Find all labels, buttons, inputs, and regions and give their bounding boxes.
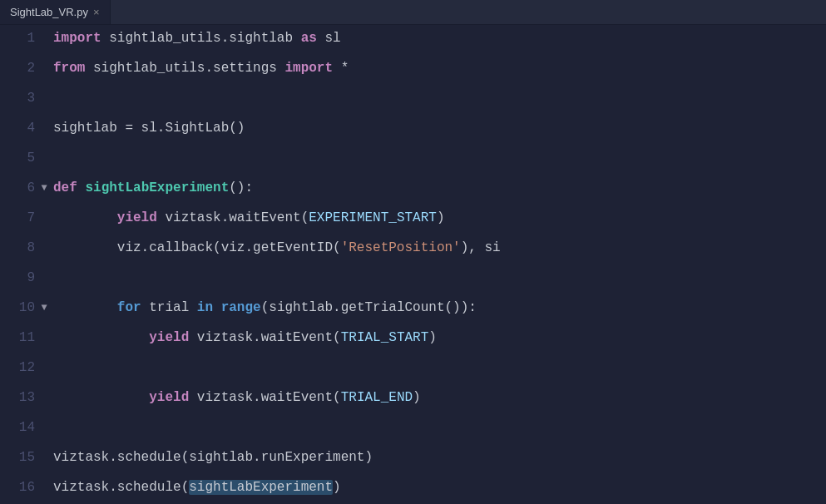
line-number: 15 <box>0 444 35 474</box>
line-number: 1 <box>0 25 35 55</box>
table-row: 3 <box>0 85 826 115</box>
fold-gutter[interactable] <box>35 474 53 504</box>
code-line: sightlab = sl.SightLab() <box>53 115 826 145</box>
fold-icon-2[interactable]: ▼ <box>41 302 47 314</box>
table-row: 4 sightlab = sl.SightLab() <box>0 115 826 145</box>
line-number: 5 <box>0 145 35 175</box>
fold-gutter-collapse[interactable]: ▼ <box>35 294 53 324</box>
code-line: for trial in range(sightlab.getTrialCoun… <box>53 294 826 324</box>
fold-gutter[interactable] <box>35 384 53 414</box>
table-row: 7 yield viztask.waitEvent(EXPERIMENT_STA… <box>0 205 826 235</box>
code-line: from sightlab_utils.settings import * <box>53 55 826 85</box>
code-body: 1 import sightlab_utils.sightlab as sl 2… <box>0 25 826 504</box>
code-line <box>53 354 826 384</box>
code-line: viztask.schedule(sightLabExperiment) <box>53 474 826 504</box>
line-number: 8 <box>0 235 35 264</box>
line-number: 10 <box>0 294 35 324</box>
table-row: 6 ▼ def sightLabExperiment(): <box>0 175 826 205</box>
tab-label: SightLab_VR.py <box>10 6 88 18</box>
table-row: 11 yield viztask.waitEvent(TRIAL_START) <box>0 324 826 354</box>
fold-icon[interactable]: ▼ <box>41 182 47 194</box>
table-row: 16 viztask.schedule(sightLabExperiment) <box>0 474 826 504</box>
table-row: 10 ▼ for trial in range(sightlab.getTria… <box>0 294 826 324</box>
fold-gutter[interactable] <box>35 414 53 444</box>
fold-gutter[interactable] <box>35 115 53 145</box>
selection-highlight: sightLabExperiment <box>189 480 333 495</box>
line-number: 2 <box>0 55 35 85</box>
table-row: 12 <box>0 354 826 384</box>
code-line <box>53 414 826 444</box>
fold-gutter[interactable] <box>35 85 53 115</box>
tab-bar: SightLab_VR.py × <box>0 0 826 25</box>
code-line: viz.callback(viz.getEventID('ResetPositi… <box>53 235 826 264</box>
table-row: 15 viztask.schedule(sightlab.runExperime… <box>0 444 826 474</box>
fold-gutter-collapse[interactable]: ▼ <box>35 175 53 205</box>
code-line: import sightlab_utils.sightlab as sl <box>53 25 826 55</box>
line-number: 13 <box>0 384 35 414</box>
table-row: 8 viz.callback(viz.getEventID('ResetPosi… <box>0 235 826 264</box>
fold-gutter[interactable] <box>35 55 53 85</box>
tab-close-icon[interactable]: × <box>93 6 100 18</box>
line-number: 16 <box>0 474 35 504</box>
fold-gutter[interactable] <box>35 324 53 354</box>
line-number: 11 <box>0 324 35 354</box>
line-number: 3 <box>0 85 35 115</box>
table-row: 9 <box>0 264 826 294</box>
code-line: yield viztask.waitEvent(EXPERIMENT_START… <box>53 205 826 235</box>
fold-gutter[interactable] <box>35 145 53 175</box>
table-row: 13 yield viztask.waitEvent(TRIAL_END) <box>0 384 826 414</box>
table-row: 2 from sightlab_utils.settings import * <box>0 55 826 85</box>
line-number: 12 <box>0 354 35 384</box>
fold-gutter[interactable] <box>35 205 53 235</box>
table-row: 1 import sightlab_utils.sightlab as sl <box>0 25 826 55</box>
line-number: 7 <box>0 205 35 235</box>
active-tab[interactable]: SightLab_VR.py × <box>0 0 111 24</box>
editor-area: 1 import sightlab_utils.sightlab as sl 2… <box>0 25 826 504</box>
line-number: 9 <box>0 264 35 294</box>
code-line: yield viztask.waitEvent(TRIAL_START) <box>53 324 826 354</box>
code-line: yield viztask.waitEvent(TRIAL_END) <box>53 384 826 414</box>
table-row: 5 <box>0 145 826 175</box>
code-line <box>53 85 826 115</box>
code-line <box>53 264 826 294</box>
table-row: 14 <box>0 414 826 444</box>
line-number: 6 <box>0 175 35 205</box>
fold-gutter[interactable] <box>35 235 53 264</box>
fold-gutter[interactable] <box>35 444 53 474</box>
fold-gutter[interactable] <box>35 354 53 384</box>
fold-gutter[interactable] <box>35 25 53 55</box>
line-number: 4 <box>0 115 35 145</box>
code-line: def sightLabExperiment(): <box>53 175 826 205</box>
code-line: viztask.schedule(sightlab.runExperiment) <box>53 444 826 474</box>
fold-gutter[interactable] <box>35 264 53 294</box>
code-line <box>53 145 826 175</box>
line-number: 14 <box>0 414 35 444</box>
